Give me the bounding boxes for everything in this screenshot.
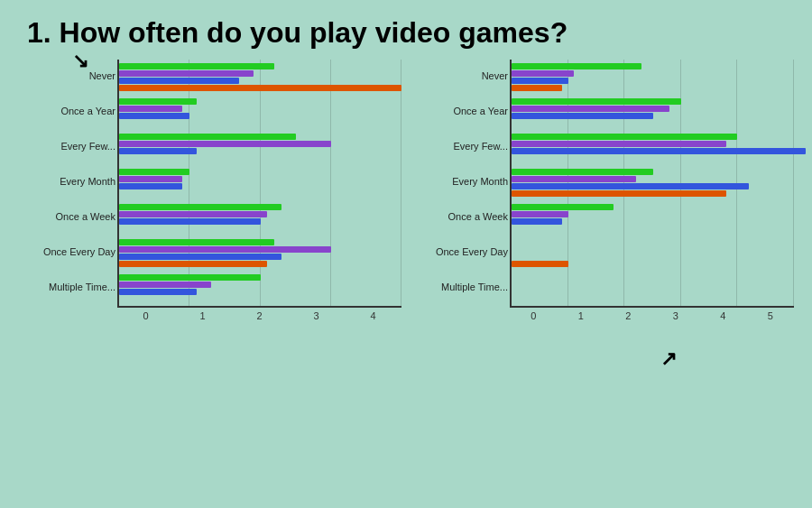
purple-bar	[119, 141, 331, 147]
x-axis-label: 2	[231, 310, 288, 321]
bar-group	[512, 132, 794, 163]
table-row: Once a Year	[119, 95, 401, 129]
bar-label: Never	[411, 70, 508, 82]
bar-group	[119, 237, 401, 269]
blue-bar	[119, 148, 197, 154]
bar-label: Every Month	[411, 176, 508, 188]
green-bar	[512, 169, 653, 175]
purple-bar	[119, 176, 182, 182]
bar-label: Once Every Day	[18, 246, 115, 258]
orange-bar	[512, 85, 562, 91]
bar-label: Once a Week	[18, 211, 115, 223]
orange-bar	[119, 85, 401, 91]
green-bar	[119, 239, 274, 245]
blue-bar	[119, 78, 239, 84]
bar-label: Every Few...	[18, 141, 115, 152]
orange-bar	[119, 261, 267, 267]
table-row: Every Month	[119, 165, 401, 199]
x-axis-label: 4	[699, 310, 747, 321]
arrow-right-icon: ↗	[660, 347, 677, 371]
table-row: Every Few...	[512, 130, 794, 164]
chart2-grid: NeverOnce a YearEvery Few...Every MonthO…	[510, 60, 794, 308]
bar-label: Multiple Time...	[411, 282, 508, 293]
bar-label: Once Every Day	[411, 246, 508, 258]
bar-group	[119, 202, 401, 234]
charts-container: ↘ NeverOnce a YearEvery Few...Every Mont…	[0, 59, 812, 344]
green-bar	[119, 98, 197, 105]
bar-label: Every Few...	[411, 141, 508, 152]
bar-group	[512, 61, 794, 93]
bar-label: Never	[18, 70, 115, 82]
purple-bar	[512, 176, 636, 182]
x-axis-label: 1	[558, 310, 605, 321]
blue-bar	[119, 289, 197, 295]
blue-bar	[119, 218, 261, 225]
chart2: NeverOnce a YearEvery Few...Every MonthO…	[411, 60, 794, 344]
green-bar	[512, 98, 681, 105]
bar-label: Every Month	[18, 176, 115, 188]
purple-bar	[512, 141, 726, 147]
green-bar	[119, 63, 274, 69]
bar-label: Multiple Time...	[18, 282, 115, 293]
table-row: Once a Year	[512, 95, 794, 129]
table-row: Once Every Day	[512, 236, 794, 270]
green-bar	[119, 134, 296, 140]
blue-bar	[512, 78, 568, 84]
bar-group	[512, 202, 794, 234]
chart1: NeverOnce a YearEvery Few...Every MonthO…	[18, 60, 401, 344]
orange-bar	[512, 261, 568, 267]
bar-label: Once a Week	[411, 211, 508, 223]
purple-bar	[119, 282, 211, 288]
table-row: Once a Week	[119, 200, 401, 235]
table-row: Every Month	[512, 165, 794, 199]
green-bar	[119, 274, 261, 281]
table-row: Once Every Day	[119, 236, 401, 270]
purple-bar	[119, 246, 331, 253]
table-row: Once a Week	[512, 200, 794, 235]
blue-bar	[512, 113, 653, 119]
blue-bar	[119, 254, 281, 260]
blue-bar	[119, 113, 189, 119]
x-axis-label: 0	[117, 310, 174, 321]
bar-group	[119, 272, 401, 304]
green-bar	[512, 63, 641, 69]
blue-bar	[512, 148, 806, 154]
x-axis-label: 3	[288, 310, 345, 321]
chart2-x-axis: 012345	[510, 310, 794, 321]
table-row: Every Few...	[119, 130, 401, 164]
table-row: Never	[512, 60, 794, 94]
x-axis-label: 3	[652, 310, 700, 321]
x-axis-label: 4	[345, 310, 401, 321]
bar-label: Once a Year	[411, 106, 508, 117]
green-bar	[512, 134, 737, 140]
chart1-wrapper: ↘ NeverOnce a YearEvery Few...Every Mont…	[18, 59, 401, 344]
bar-group	[119, 132, 401, 163]
purple-bar	[512, 70, 574, 77]
table-row: Multiple Time...	[512, 271, 794, 305]
green-bar	[119, 204, 281, 210]
green-bar	[512, 204, 614, 210]
bar-group	[512, 237, 794, 269]
x-axis-label: 1	[174, 310, 231, 321]
purple-bar	[119, 211, 267, 217]
purple-bar	[512, 106, 669, 112]
x-axis-label: 2	[604, 310, 652, 321]
page-title: 1. How often do you play video games?	[0, 0, 812, 54]
blue-bar	[512, 218, 562, 225]
table-row: Never	[119, 60, 401, 94]
bar-group	[119, 61, 401, 93]
x-axis-label: 0	[510, 310, 558, 321]
table-row: Multiple Time...	[119, 271, 401, 305]
green-bar	[119, 169, 189, 175]
bar-group	[512, 167, 794, 199]
bar-group	[512, 272, 794, 304]
chart1-x-axis: 01234	[117, 310, 401, 321]
x-axis-label: 5	[747, 310, 795, 321]
bar-group	[119, 97, 401, 128]
chart2-wrapper: ↗ NeverOnce a YearEvery Few...Every Mont…	[411, 59, 794, 344]
blue-bar	[119, 183, 182, 189]
bar-label: Once a Year	[18, 106, 115, 117]
orange-bar	[512, 190, 726, 197]
purple-bar	[512, 211, 568, 217]
purple-bar	[119, 106, 182, 112]
